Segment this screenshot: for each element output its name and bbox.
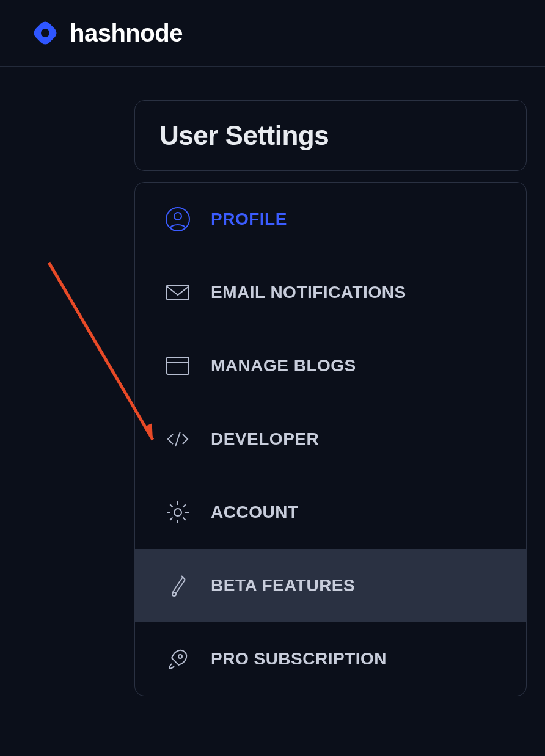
menu-item-label: EMAIL NOTIFICATIONS <box>211 283 406 302</box>
app-header: hashnode <box>0 0 545 67</box>
gear-icon <box>164 499 191 526</box>
settings-menu: PROFILE EMAIL NOTIFICATIONS MANAGE BLOGS <box>134 182 527 696</box>
lab-icon <box>164 572 191 599</box>
menu-item-pro-subscription[interactable]: PRO SUBSCRIPTION <box>135 622 526 696</box>
menu-item-profile[interactable]: PROFILE <box>135 183 526 256</box>
menu-item-label: DEVELOPER <box>211 429 319 449</box>
hashnode-logo-icon <box>31 18 60 48</box>
svg-point-10 <box>178 655 182 658</box>
user-icon <box>164 206 191 233</box>
menu-item-label: BETA FEATURES <box>211 576 355 595</box>
svg-rect-4 <box>167 285 189 300</box>
rocket-icon <box>164 645 191 672</box>
svg-point-8 <box>174 509 181 516</box>
menu-item-account[interactable]: ACCOUNT <box>135 476 526 549</box>
svg-rect-5 <box>167 357 189 374</box>
code-icon <box>164 426 191 453</box>
menu-item-label: PROFILE <box>211 209 287 229</box>
svg-point-9 <box>172 592 176 596</box>
page-title-card: User Settings <box>134 100 527 171</box>
menu-item-email-notifications[interactable]: EMAIL NOTIFICATIONS <box>135 256 526 329</box>
page-title: User Settings <box>159 120 502 151</box>
content-area: User Settings PROFILE EMAIL NOTIFICATION… <box>0 67 545 714</box>
brand-name: hashnode <box>70 20 183 47</box>
menu-item-label: MANAGE BLOGS <box>211 356 356 376</box>
menu-item-beta-features[interactable]: BETA FEATURES <box>135 549 526 622</box>
menu-item-manage-blogs[interactable]: MANAGE BLOGS <box>135 329 526 402</box>
svg-line-7 <box>175 432 180 446</box>
menu-item-label: ACCOUNT <box>211 503 299 522</box>
menu-item-developer[interactable]: DEVELOPER <box>135 402 526 476</box>
menu-item-label: PRO SUBSCRIPTION <box>211 649 387 669</box>
window-icon <box>164 352 191 379</box>
envelope-icon <box>164 279 191 306</box>
svg-point-1 <box>41 29 49 37</box>
svg-point-3 <box>174 213 181 220</box>
